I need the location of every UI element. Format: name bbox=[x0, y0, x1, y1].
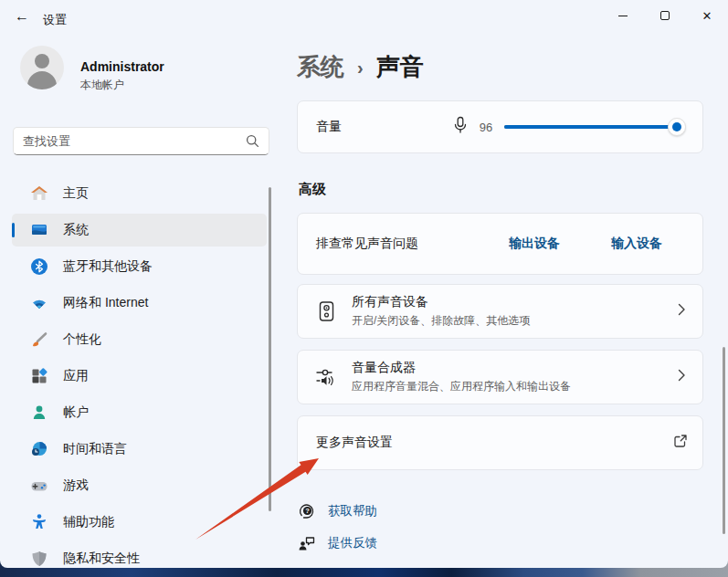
sidebar-nav: 主页 系统 蓝牙和其他设备 网络和 Internet 个性化 bbox=[0, 177, 283, 568]
back-arrow-icon: ← bbox=[15, 8, 29, 24]
sidebar-scrollbar[interactable] bbox=[269, 187, 271, 511]
gaming-icon bbox=[30, 477, 48, 495]
main-scrollbar[interactable] bbox=[723, 347, 725, 534]
avatar[interactable] bbox=[20, 46, 64, 89]
sound-devices-icon bbox=[315, 300, 337, 322]
accounts-icon bbox=[30, 404, 48, 422]
all-sound-devices-subtitle: 开启/关闭设备、排除故障、其他选项 bbox=[352, 313, 675, 329]
volume-mixer-icon bbox=[315, 366, 337, 388]
sidebar-item-apps[interactable]: 应用 bbox=[12, 360, 267, 393]
minimize-icon bbox=[618, 16, 628, 16]
get-help-link[interactable]: ? 获取帮助 bbox=[297, 502, 377, 520]
sidebar-item-label: 系统 bbox=[63, 222, 89, 238]
external-link-icon bbox=[673, 434, 688, 452]
maximize-button[interactable] bbox=[644, 0, 686, 31]
volume-label: 音量 bbox=[316, 119, 453, 135]
search-box[interactable] bbox=[13, 127, 269, 155]
user-name: Administrator bbox=[80, 59, 164, 74]
search-input[interactable] bbox=[23, 128, 233, 154]
network-icon bbox=[30, 294, 48, 312]
output-devices-link[interactable]: 输出设备 bbox=[509, 236, 560, 252]
volume-mixer-title: 音量合成器 bbox=[352, 360, 675, 376]
maximize-icon bbox=[660, 11, 670, 20]
sidebar-item-label: 应用 bbox=[63, 368, 89, 384]
get-help-label: 获取帮助 bbox=[328, 503, 377, 519]
all-sound-devices-row[interactable]: 所有声音设备 开启/关闭设备、排除故障、其他选项 bbox=[297, 284, 703, 339]
system-icon bbox=[30, 221, 48, 239]
sidebar-item-label: 主页 bbox=[63, 185, 89, 202]
sidebar-item-label: 游戏 bbox=[63, 477, 89, 494]
section-heading-advanced: 高级 bbox=[299, 181, 326, 198]
main-content: 系统 › 声音 音量 96 高级 排查常见声音问题 输出设备 输入设备 bbox=[297, 33, 703, 568]
minimize-button[interactable] bbox=[602, 0, 644, 31]
selected-accent-bar bbox=[12, 223, 15, 237]
sidebar-item-accessibility[interactable]: 辅助功能 bbox=[12, 506, 267, 539]
window-controls: ✕ bbox=[602, 0, 728, 31]
sidebar-item-network[interactable]: 网络和 Internet bbox=[12, 287, 267, 320]
time-language-icon bbox=[30, 440, 48, 458]
app-title: 设置 bbox=[43, 12, 67, 28]
give-feedback-link[interactable]: 提供反馈 bbox=[297, 534, 377, 552]
home-icon bbox=[30, 184, 48, 203]
troubleshoot-label: 排查常见声音问题 bbox=[316, 236, 509, 252]
sidebar-item-home[interactable]: 主页 bbox=[12, 177, 267, 210]
breadcrumb: 系统 › 声音 bbox=[297, 51, 424, 83]
get-help-icon: ? bbox=[297, 502, 317, 520]
privacy-icon bbox=[30, 550, 48, 568]
slider-fill bbox=[504, 125, 670, 129]
give-feedback-label: 提供反馈 bbox=[328, 535, 377, 551]
settings-window: ← 设置 ✕ Administrator 本地帐户 主页 bbox=[0, 0, 728, 568]
sidebar-item-system[interactable]: 系统 bbox=[12, 214, 267, 247]
input-devices-link[interactable]: 输入设备 bbox=[611, 236, 662, 252]
sidebar-item-label: 蓝牙和其他设备 bbox=[63, 258, 153, 275]
more-sound-settings-title: 更多声音设置 bbox=[316, 435, 673, 451]
sidebar-item-label: 辅助功能 bbox=[63, 514, 114, 530]
volume-card: 音量 96 bbox=[297, 100, 703, 153]
sidebar-item-gaming[interactable]: 游戏 bbox=[12, 469, 267, 502]
sidebar-item-privacy[interactable]: 隐私和安全性 bbox=[12, 542, 267, 568]
all-sound-devices-title: 所有声音设备 bbox=[352, 294, 675, 310]
volume-mixer-subtitle: 应用程序音量混合、应用程序输入和输出设备 bbox=[352, 379, 675, 394]
sidebar-item-accounts[interactable]: 帐户 bbox=[12, 396, 267, 429]
chevron-right-icon bbox=[675, 302, 688, 320]
svg-text:?: ? bbox=[305, 507, 310, 515]
close-icon: ✕ bbox=[702, 10, 712, 22]
personalization-icon bbox=[30, 330, 48, 349]
apps-icon bbox=[30, 367, 48, 385]
slider-thumb[interactable] bbox=[668, 118, 686, 136]
sidebar-item-time-language[interactable]: 时间和语言 bbox=[12, 433, 267, 466]
troubleshoot-card: 排查常见声音问题 输出设备 输入设备 bbox=[297, 213, 703, 275]
search-icon[interactable] bbox=[246, 134, 259, 152]
sidebar-item-label: 帐户 bbox=[63, 404, 89, 421]
volume-slider[interactable] bbox=[504, 118, 684, 136]
sidebar-item-label: 隐私和安全性 bbox=[63, 551, 140, 567]
avatar-person-icon bbox=[35, 54, 49, 68]
user-account-type: 本地帐户 bbox=[80, 78, 124, 93]
avatar-person-body bbox=[27, 71, 57, 89]
titlebar: ← 设置 ✕ bbox=[0, 0, 728, 33]
sidebar-item-label: 个性化 bbox=[63, 331, 101, 348]
volume-value: 96 bbox=[476, 121, 496, 134]
breadcrumb-separator-icon: › bbox=[357, 58, 364, 79]
accessibility-icon bbox=[30, 513, 48, 531]
back-button[interactable]: ← bbox=[7, 4, 37, 29]
sidebar-item-label: 时间和语言 bbox=[63, 441, 127, 457]
microphone-icon bbox=[453, 116, 468, 138]
page-title: 声音 bbox=[376, 51, 424, 83]
sidebar-item-label: 网络和 Internet bbox=[63, 295, 148, 311]
close-button[interactable]: ✕ bbox=[686, 0, 728, 31]
sidebar: Administrator 本地帐户 主页 系统 蓝牙和其他设备 bbox=[0, 33, 283, 568]
volume-mixer-row[interactable]: 音量合成器 应用程序音量混合、应用程序输入和输出设备 bbox=[297, 350, 703, 404]
bluetooth-icon bbox=[30, 257, 48, 276]
feedback-icon bbox=[297, 534, 317, 552]
all-sound-devices-text: 所有声音设备 开启/关闭设备、排除故障、其他选项 bbox=[352, 294, 675, 329]
more-sound-settings-row[interactable]: 更多声音设置 bbox=[297, 415, 703, 470]
sidebar-item-bluetooth[interactable]: 蓝牙和其他设备 bbox=[12, 250, 267, 283]
volume-mixer-text: 音量合成器 应用程序音量混合、应用程序输入和输出设备 bbox=[352, 360, 675, 394]
sidebar-item-personalization[interactable]: 个性化 bbox=[12, 323, 267, 356]
chevron-right-icon bbox=[675, 368, 688, 386]
breadcrumb-parent[interactable]: 系统 bbox=[297, 51, 344, 83]
